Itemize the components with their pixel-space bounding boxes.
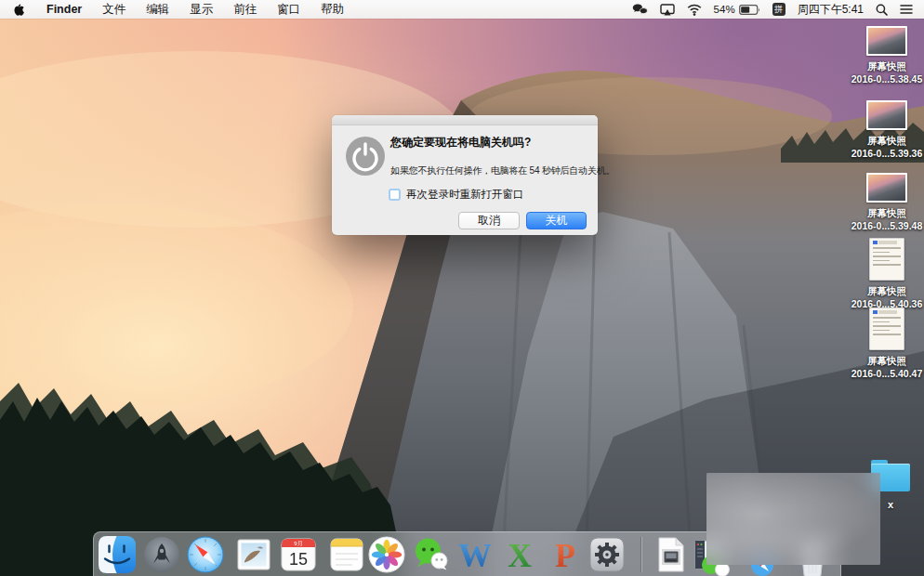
wechat-status-icon[interactable] (632, 4, 648, 16)
notification-center-icon[interactable] (900, 4, 913, 15)
shutdown-button[interactable]: 关机 (526, 212, 587, 229)
battery-icon (739, 5, 760, 15)
wifi-icon[interactable] (687, 4, 702, 16)
screenshot-thumbnail (869, 308, 904, 350)
dock-archive-document-icon[interactable] (652, 536, 689, 573)
word-letter: W (458, 537, 492, 573)
dialog-titlebar[interactable] (332, 115, 598, 125)
screenshot-thumbnail (866, 100, 907, 130)
dialog-title: 您确定要现在将电脑关机吗? (390, 135, 531, 151)
apple-menu[interactable] (0, 3, 36, 17)
menu-view[interactable]: 显示 (179, 2, 223, 18)
powerpoint-letter: P (555, 537, 575, 573)
power-icon (346, 137, 385, 176)
menu-app-name[interactable]: Finder (36, 3, 92, 16)
desktop-icon-screenshot-2[interactable]: 屏幕快照 2016-0...5.39.36 (848, 100, 924, 160)
icon-label-line1: 屏幕快照 (851, 285, 922, 298)
icon-label-line2: 2016-0...5.39.36 (851, 148, 922, 161)
dock-calendar-icon[interactable]: 9月 15 (280, 536, 317, 573)
dock-launchpad-icon[interactable] (143, 536, 180, 573)
blurred-region (706, 473, 880, 565)
icon-label-line2: 2016-0...5.39.48 (851, 220, 922, 233)
dock-safari-icon[interactable] (187, 536, 224, 573)
dock-word-icon[interactable]: W (456, 536, 494, 573)
icon-label-line1: 屏幕快照 (851, 135, 922, 148)
spotlight-search-icon[interactable] (876, 4, 888, 16)
screenshot-thumbnail (869, 238, 904, 281)
menu-window[interactable]: 窗口 (267, 2, 310, 18)
menu-help[interactable]: 帮助 (310, 2, 354, 18)
dock-wechat-icon[interactable] (413, 536, 450, 573)
cancel-button[interactable]: 取消 (458, 212, 520, 229)
dock-finder-icon[interactable] (99, 536, 136, 573)
excel-letter: X (508, 537, 532, 573)
icon-label-line1: 屏幕快照 (851, 207, 922, 220)
checkbox-label: 再次登录时重新打开窗口 (406, 188, 524, 202)
reopen-windows-checkbox[interactable] (389, 189, 401, 201)
icon-label-line1: 屏幕快照 (851, 60, 922, 73)
icon-label-line1: 屏幕快照 (851, 355, 922, 368)
battery-percent-label: 54% (714, 4, 735, 15)
dock-powerpoint-icon[interactable]: P (547, 536, 584, 573)
desktop-icon-screenshot-5[interactable]: 屏幕快照 2016-0...5.40.47 (848, 308, 924, 380)
icon-label-line2: 2016-0...5.38.45 (851, 73, 922, 86)
dock-notes-icon[interactable] (328, 536, 365, 573)
battery-indicator[interactable]: 54% (714, 4, 760, 15)
screenshot-thumbnail (866, 26, 907, 56)
display-airplay-icon[interactable] (660, 4, 675, 16)
menu-file[interactable]: 文件 (92, 2, 136, 18)
screenshot-thumbnail (866, 173, 907, 203)
input-method-icon[interactable]: 拼 (772, 3, 785, 16)
apple-icon (13, 3, 25, 17)
dock-system-preferences-icon[interactable] (588, 536, 626, 573)
menu-edit[interactable]: 编辑 (136, 2, 179, 18)
dock-divider (640, 537, 641, 572)
desktop-icon-screenshot-3[interactable]: 屏幕快照 2016-0...5.39.48 (848, 173, 924, 232)
calendar-day: 15 (289, 550, 308, 569)
menu-clock[interactable]: 周四下午5:41 (798, 2, 864, 18)
desktop-icon-screenshot-1[interactable]: 屏幕快照 2016-0...5.38.45 (848, 26, 924, 85)
menu-bar: Finder 文件 编辑 显示 前往 窗口 帮助 (0, 0, 924, 19)
calendar-month: 9月 (294, 541, 302, 547)
shutdown-dialog: 您确定要现在将电脑关机吗? 如果您不执行任何操作，电脑将在 54 秒钟后自动关机… (332, 115, 598, 235)
menu-go[interactable]: 前往 (223, 2, 267, 18)
desktop-screen: Finder 文件 编辑 显示 前往 窗口 帮助 (0, 0, 924, 576)
dock-excel-icon[interactable]: X (501, 536, 538, 573)
dock-photos-icon[interactable] (368, 536, 405, 573)
dock-mail-icon[interactable] (235, 536, 272, 573)
desktop-icon-screenshot-4[interactable]: 屏幕快照 2016-0...5.40.36 (848, 238, 924, 310)
icon-label-line2: 2016-0...5.40.47 (851, 368, 922, 381)
dialog-message: 如果您不执行任何操作，电脑将在 54 秒钟后自动关机。 (390, 164, 614, 177)
